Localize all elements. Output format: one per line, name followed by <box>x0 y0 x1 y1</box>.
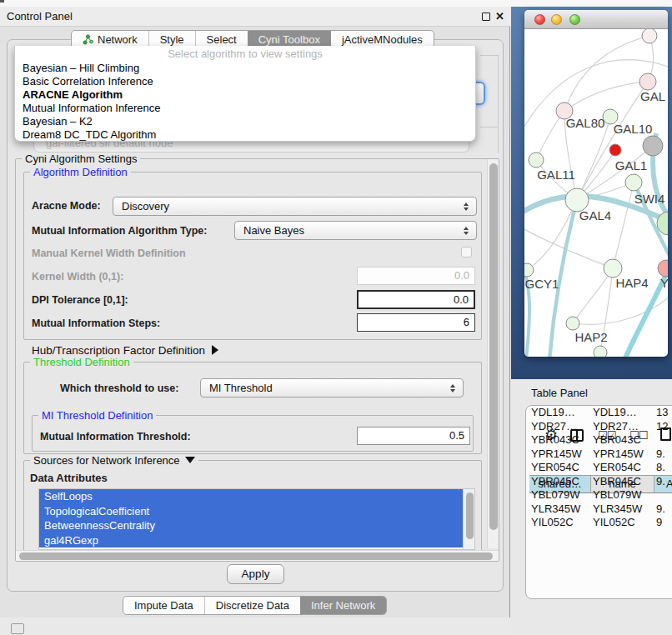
table-cell: YIL052C <box>593 516 635 522</box>
algorithm-option-bayesian-k2[interactable]: Bayesian – K2 <box>15 115 475 128</box>
mi-threshold-field[interactable]: 0.5 <box>357 427 470 445</box>
algorithm-option-mutual-information-inference[interactable]: Mutual Information Inference <box>15 102 475 115</box>
settings-horizontal-scrollbar-thumb[interactable] <box>19 552 493 560</box>
close-icon[interactable]: ✕ <box>495 9 504 23</box>
table-row[interactable]: YDR27…YDR27…12 <box>526 420 672 434</box>
float-icon[interactable] <box>482 12 490 21</box>
table-row[interactable]: YIL052CYIL052C9 <box>526 516 672 522</box>
table-row[interactable]: YDL19…YDL19…13 <box>526 406 672 420</box>
sources-title[interactable]: Sources for Network Inference <box>30 455 198 467</box>
table-cell: 9. <box>656 502 665 517</box>
expand-right-icon[interactable] <box>212 345 218 355</box>
network-window-titlebar[interactable] <box>524 10 668 29</box>
attributes-list-scrollbar-thumb[interactable] <box>466 492 474 539</box>
control-panel-title: Control Panel <box>7 7 73 26</box>
table-cell: YDL19… <box>593 406 637 420</box>
hub-factor-section[interactable]: Hub/Transcription Factor Definition <box>32 344 218 357</box>
attributes-list-scrollbar[interactable] <box>463 489 475 550</box>
node-gray[interactable] <box>643 136 663 156</box>
algorithm-option-dream8-dc-tdc-algorithm[interactable]: Dream8 DC_TDC Algorithm <box>15 128 475 142</box>
node-red-selected[interactable] <box>609 144 621 156</box>
table-cell: YBR043C <box>593 433 641 448</box>
table-row[interactable]: YBL079WYBL079W <box>526 488 672 502</box>
close-traffic-light-icon[interactable] <box>534 14 545 25</box>
apply-button[interactable]: Apply <box>227 564 284 584</box>
node-gal11[interactable] <box>529 152 544 168</box>
table-row[interactable]: YLR345WYLR345W9. <box>526 502 672 517</box>
table-rows: YDL19…YDL19…13YDR27…YDR27…12YBR043CYBR04… <box>526 406 672 522</box>
node-gal-clipped[interactable] <box>639 73 656 90</box>
node-gal1[interactable] <box>625 174 642 191</box>
aracne-mode-label: Aracne Mode: <box>32 200 101 212</box>
hidden-groupbox-border <box>498 55 499 153</box>
settings-vertical-scrollbar[interactable] <box>487 159 499 548</box>
table-row[interactable]: YBR045CYBR045C9. <box>526 475 672 489</box>
algorithm-option-bayesian-hill-climbing[interactable]: Bayesian – Hill Climbing <box>15 62 475 75</box>
algorithm-dropdown: Select algorithm to view settings Bayesi… <box>14 46 476 142</box>
algorithm-dropdown-prompt: Select algorithm to view settings <box>15 48 475 60</box>
mi-threshold-definition-title: MI Threshold Definition <box>38 410 156 422</box>
node-hap2-label: HAP2 <box>574 330 607 344</box>
node-gal4-label: GAL4 <box>579 208 611 222</box>
tab-impute-data[interactable]: Impute Data <box>123 597 204 614</box>
node-salmon-clipped-label: Y <box>660 276 668 290</box>
node-gal80-label: GAL80 <box>566 116 605 130</box>
node-gcy1-label: GCY1 <box>525 277 559 291</box>
bottom-tab-bar: Impute DataDiscretize DataInfer Network <box>123 596 387 615</box>
which-threshold-combo[interactable]: MI Threshold <box>200 378 464 398</box>
table-row[interactable]: YPR145WYPR145W9. <box>526 448 672 462</box>
table-cell: 12 <box>656 420 668 434</box>
mi-steps-field[interactable]: 6 <box>357 313 475 332</box>
node-gal-clipped-label: GAL <box>640 89 665 103</box>
table-panel-title: Table Panel <box>531 387 588 399</box>
algorithm-option-basic-correlation-inference[interactable]: Basic Correlation Inference <box>15 75 475 88</box>
node-gal11-label: GAL11 <box>537 168 575 182</box>
node-hap2[interactable] <box>566 317 579 330</box>
attribute-item-betweennesscentrality[interactable]: BetweennessCentrality <box>39 518 474 533</box>
collapse-down-icon[interactable] <box>185 457 195 463</box>
table-row[interactable]: YER054CYER054C8. <box>526 461 672 475</box>
table-cell: 9 <box>656 516 662 522</box>
attribute-item-gal4rgexp[interactable]: gal4RGexp <box>39 533 474 548</box>
node-gcy1[interactable] <box>524 263 534 277</box>
node-unlabeled-bottom[interactable] <box>594 346 607 357</box>
table-row[interactable]: YBR043CYBR043C <box>526 433 672 448</box>
table-cell: YBL079W <box>531 488 580 502</box>
minimize-traffic-light-icon[interactable] <box>551 14 562 25</box>
node-hap4[interactable] <box>604 259 622 278</box>
attribute-item-topologicalcoefficient[interactable]: TopologicalCoefficient <box>39 504 474 519</box>
data-attributes-list[interactable]: SelfLoopsTopologicalCoefficientBetweenne… <box>38 488 475 550</box>
zoom-traffic-light-icon[interactable] <box>569 14 580 25</box>
node-unlabeled-top[interactable] <box>642 28 657 43</box>
table-cell: 13 <box>656 406 668 420</box>
network-icon <box>83 34 93 45</box>
network-canvas[interactable]: GALGAL80GAL10GAL1GAL11GAL4SWI4GCY1HAP4YH… <box>524 10 668 357</box>
tab-discretize-data[interactable]: Discretize Data <box>204 597 300 614</box>
tab-infer-network[interactable]: Infer Network <box>300 597 386 614</box>
minimized-panel-icon[interactable] <box>11 623 24 634</box>
manual-kernel-width-label: Manual Kernel Width Definition <box>32 248 186 259</box>
table-cell: YPR145W <box>531 448 582 462</box>
settings-vertical-scrollbar-thumb[interactable] <box>489 163 498 530</box>
mi-steps-label: Mutual Information Steps: <box>32 318 160 329</box>
network-view-window[interactable]: GALGAL80GAL10GAL1GAL11GAL4SWI4GCY1HAP4YH… <box>524 10 668 357</box>
table-cell: YBR045C <box>593 475 641 489</box>
kernel-width-field[interactable]: 0.0 <box>357 267 475 285</box>
aracne-mode-combo[interactable]: Discovery <box>113 197 477 216</box>
table-cell: YBR043C <box>531 433 579 448</box>
settings-horizontal-scrollbar[interactable] <box>16 550 499 561</box>
attribute-item-selfloops[interactable]: SelfLoops <box>39 489 474 504</box>
tab-label: Discretize Data <box>216 597 289 614</box>
table-panel-body: ⚙ ☑☑ ☐☐ shared… name A YDL19…YDL19…13YDR… <box>525 405 672 599</box>
algorithm-option-aracne-algorithm[interactable]: ARACNE Algorithm <box>15 88 475 102</box>
data-attributes-label: Data Attributes <box>30 472 108 484</box>
manual-kernel-width-checkbox[interactable] <box>461 247 472 258</box>
dpi-tolerance-field[interactable]: 0.0 <box>357 290 475 309</box>
tab-label: Infer Network <box>311 597 375 614</box>
node-salmon-clipped[interactable] <box>658 260 668 277</box>
sources-title-text: Sources for Network Inference <box>33 454 180 467</box>
table-panel-area: Table Panel ⚙ ☑☑ ☐☐ shared… name A YDL19… <box>511 379 672 635</box>
mi-algorithm-type-combo[interactable]: Naive Bayes <box>234 221 477 240</box>
table-cell: YLR345W <box>593 502 642 517</box>
tab-label: Impute Data <box>134 597 193 614</box>
